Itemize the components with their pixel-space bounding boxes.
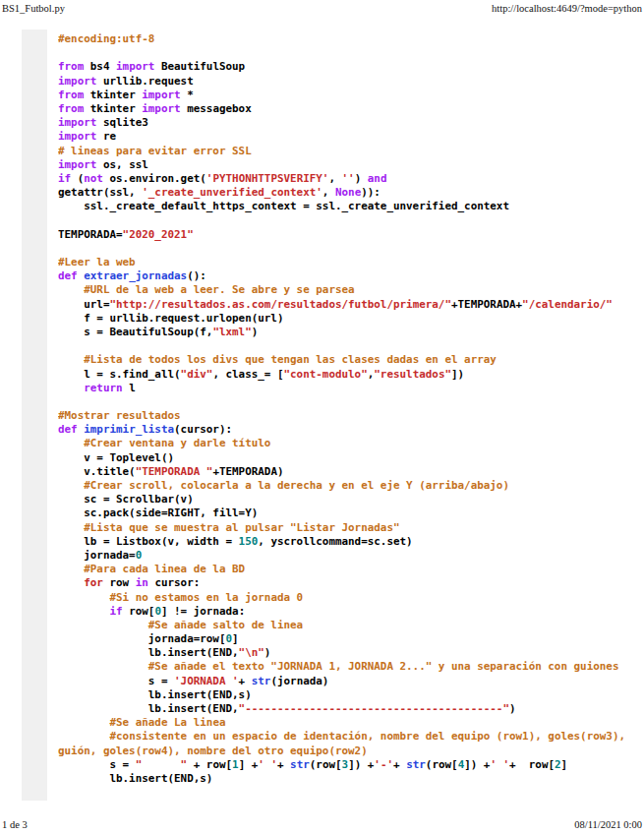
code-token: bs4 [84, 60, 116, 73]
code-token: ssl._create_default_https_context = ssl.… [58, 200, 509, 212]
code-token [58, 660, 148, 673]
code-token: '_create_unverified_context' [142, 186, 322, 199]
code-token: cursor: [148, 576, 200, 589]
code-token [58, 619, 148, 631]
code-line: #Leer la web [58, 256, 644, 269]
code-token [58, 716, 109, 729]
code-token: * [181, 89, 194, 101]
code-token: if [58, 172, 71, 185]
code-token: l [123, 382, 136, 394]
code-line: lb = Listbox(v, width = 150, yscrollcomm… [58, 535, 644, 549]
code-token: #URL de la web a leer. Se abre y se pars… [84, 283, 354, 296]
code-token: str [406, 758, 426, 771]
code-token: "cont-modulo" [284, 368, 368, 381]
code-token [58, 563, 84, 575]
code-token: #Se añade La linea [109, 716, 225, 729]
code-token: ) [252, 326, 259, 338]
code-line: #Para cada linea de la BD [58, 563, 644, 576]
code-token: import [142, 102, 180, 115]
code-token: " " [136, 758, 187, 771]
code-token: sqlite3 [96, 116, 147, 129]
code-line: lb.insert(END,s) [58, 772, 644, 786]
code-token: from [58, 89, 84, 101]
code-line: url="http://resultados.as.com/resultados… [58, 298, 644, 312]
code-token [58, 730, 109, 743]
code-line [58, 339, 644, 353]
code-line: if (not os.environ.get('PYTHONHTTPSVERIF… [58, 172, 644, 186]
code-token: not [84, 172, 103, 185]
code-token: from [58, 102, 84, 115]
code-token: (jornada) [270, 675, 328, 687]
code-token: # lineas para evitar error SSL [58, 145, 252, 157]
code-line: #Mostrar resultados [58, 409, 644, 423]
code-line: import urllib.request [58, 75, 644, 89]
code-line: #Lista de todos los divs que tengan las … [58, 353, 644, 367]
code-token: ]) + [348, 758, 374, 771]
code-line: #Si no estamos en la jornada 0 [58, 591, 644, 605]
code-token: import [58, 158, 96, 171]
code-token: import [142, 89, 180, 101]
code-line: #consistente en un espacio de identación… [58, 730, 644, 744]
code-token: ]) [451, 368, 464, 381]
code-token: jornada=row[ [58, 632, 225, 645]
code-line: #Crear scroll, colocarla a la derecha y … [58, 479, 644, 493]
code-token: #Si no estamos en la jornada 0 [109, 591, 303, 604]
code-token: 'PYTHONHTTPSVERIFY' [206, 172, 329, 185]
code-token: str [252, 675, 271, 687]
code-token: , [328, 172, 341, 185]
code-token: tkinter [84, 102, 142, 115]
code-line: import sqlite3 [58, 116, 644, 130]
code-line: #Se añade La linea [58, 716, 644, 730]
code-token: ( [71, 172, 84, 185]
code-line [58, 395, 644, 409]
code-token: import [58, 116, 96, 129]
code-line: ssl._create_default_https_context = ssl.… [58, 200, 644, 213]
code-token: #Lista que se muestra al pulsar "Listar … [84, 521, 399, 534]
code-line: # lineas para evitar error SSL [58, 145, 644, 158]
code-token: #Se añade salto de linea [148, 619, 303, 631]
code-token: ) [355, 172, 368, 185]
code-token: '-' [374, 758, 393, 771]
code-line: guión, goles(row4), nombre del otro equi… [58, 745, 644, 758]
code-token: #Lista de todos los divs que tengan las … [84, 353, 497, 366]
code-token: sc = Scrollbar(v) [58, 493, 194, 506]
code-line: l = s.find_all("div", class_= ["cont-mod… [58, 368, 644, 382]
code-token: return [84, 382, 122, 394]
code-token: v = Toplevel() [58, 451, 174, 464]
code-token: lb = Listbox(v, width = [58, 535, 239, 548]
code-token: #Leer la web [58, 256, 136, 268]
code-line: s = " " + row[1] +' '+ str(row[3]) +'-'+… [58, 758, 644, 772]
code-line: lb.insert(END,s) [58, 688, 644, 702]
code-token: None [335, 186, 361, 199]
code-line: #Crear ventana y darle título [58, 437, 644, 450]
code-token: + [239, 675, 252, 687]
code-token: lb.insert(END, [58, 646, 239, 659]
code-line: jornada=row[0] [58, 632, 644, 646]
document-url: http://localhost:4649/?mode=python [492, 3, 642, 14]
code-token: s = BeautifulSoup(f, [58, 326, 212, 338]
code-line: s = BeautifulSoup(f,"lxml") [58, 326, 644, 339]
print-timestamp: 08/11/2021 0:00 [574, 819, 642, 830]
code-line: jornada=0 [58, 549, 644, 563]
code-line: lb.insert(END,"\n") [58, 646, 644, 660]
code-token: ]) + [464, 758, 490, 771]
code-token: def [58, 269, 78, 282]
code-token: and [368, 172, 387, 185]
code-token: #Mostrar resultados [58, 409, 181, 422]
code-token: f = urllib.request.urlopen(url) [58, 312, 284, 325]
code-token: , class_= [ [212, 368, 283, 381]
code-token: s = [58, 675, 174, 687]
printed-page: BS1_Futbol.py http://localhost:4649/?mod… [0, 0, 644, 834]
code-token: in [136, 576, 148, 589]
code-token: #Se añade el texto "JORNADA 1, JORNADA 2… [148, 660, 619, 673]
code-token: )): [361, 186, 381, 199]
code-token: ' ' [490, 758, 509, 771]
code-line [58, 242, 644, 256]
code-token: ] != jornada: [161, 605, 245, 618]
code-token: "\n" [239, 646, 264, 659]
code-token: ] [561, 758, 568, 771]
code-token: row [103, 576, 136, 589]
code-token: extraer_jornadas [84, 269, 187, 282]
code-line: import os, ssl [58, 158, 644, 172]
code-token: "resultados" [374, 368, 451, 381]
